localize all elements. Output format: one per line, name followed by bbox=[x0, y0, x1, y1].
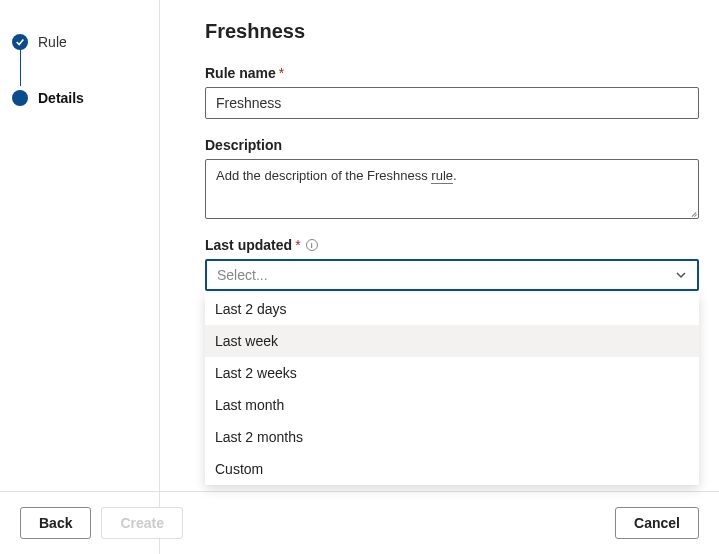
footer-left: Back Create bbox=[20, 507, 183, 539]
step-connector bbox=[20, 48, 22, 86]
check-icon bbox=[12, 34, 28, 50]
step-label: Details bbox=[38, 90, 84, 106]
description-input[interactable]: Add the description of the Freshness rul… bbox=[205, 159, 699, 219]
resize-handle-icon[interactable] bbox=[687, 207, 697, 217]
last-updated-select[interactable]: Select... bbox=[205, 259, 699, 291]
cancel-button[interactable]: Cancel bbox=[615, 507, 699, 539]
option-last-week[interactable]: Last week bbox=[205, 325, 699, 357]
required-marker: * bbox=[295, 237, 300, 253]
option-last-month[interactable]: Last month bbox=[205, 389, 699, 421]
option-last-2-months[interactable]: Last 2 months bbox=[205, 421, 699, 453]
step-details[interactable]: Details bbox=[12, 86, 147, 110]
rule-name-label: Rule name * bbox=[205, 65, 699, 81]
create-button: Create bbox=[101, 507, 183, 539]
footer-bar: Back Create Cancel bbox=[0, 491, 719, 554]
last-updated-dropdown-container: Select... Last 2 days Last week Last 2 w… bbox=[205, 259, 699, 291]
select-placeholder: Select... bbox=[217, 267, 268, 283]
required-marker: * bbox=[279, 65, 284, 81]
back-button[interactable]: Back bbox=[20, 507, 91, 539]
info-icon[interactable]: i bbox=[306, 239, 318, 251]
last-updated-label: Last updated * i bbox=[205, 237, 699, 253]
wizard-sidebar: Rule Details bbox=[0, 0, 160, 554]
chevron-down-icon bbox=[675, 269, 687, 281]
rule-name-input[interactable] bbox=[205, 87, 699, 119]
option-last-2-weeks[interactable]: Last 2 weeks bbox=[205, 357, 699, 389]
description-label: Description bbox=[205, 137, 699, 153]
step-label: Rule bbox=[38, 34, 67, 50]
last-updated-dropdown-list: Last 2 days Last week Last 2 weeks Last … bbox=[205, 293, 699, 485]
step-rule[interactable]: Rule bbox=[12, 30, 147, 54]
option-custom[interactable]: Custom bbox=[205, 453, 699, 485]
main-panel: Freshness Rule name * Description Add th… bbox=[160, 0, 719, 554]
circle-icon bbox=[12, 90, 28, 106]
page-title: Freshness bbox=[205, 20, 699, 43]
option-last-2-days[interactable]: Last 2 days bbox=[205, 293, 699, 325]
step-list: Rule Details bbox=[12, 30, 147, 110]
